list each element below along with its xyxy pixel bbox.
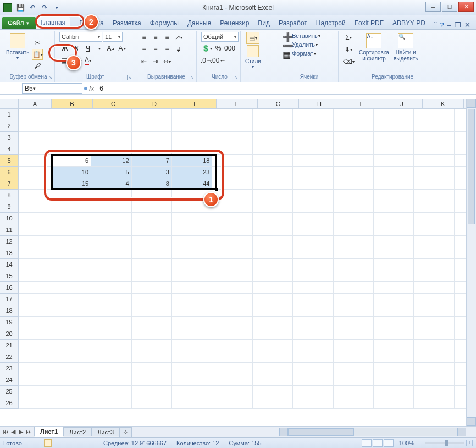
cell-D5[interactable]: 7 (132, 155, 172, 167)
cell-J22[interactable] (374, 351, 414, 363)
cell-G5[interactable] (253, 155, 293, 167)
cell-D19[interactable] (132, 317, 172, 328)
cell-K2[interactable] (414, 120, 454, 132)
row-headers[interactable]: 1234567891011121314151617181920212223242… (0, 109, 19, 426)
row-header-17[interactable]: 17 (0, 294, 19, 305)
worksheet-grid[interactable]: ABCDEFGHIJKL 123456789101112131415161718… (0, 99, 476, 426)
cell-A11[interactable] (19, 224, 51, 236)
cell-H25[interactable] (293, 386, 333, 397)
cell-D2[interactable] (132, 120, 172, 132)
cell-D26[interactable] (132, 397, 172, 409)
cell-E19[interactable] (172, 317, 212, 328)
clear-button[interactable]: ⌫▾ (343, 56, 354, 67)
cell-D10[interactable] (132, 213, 172, 224)
delete-cells-button[interactable]: Удалить (292, 41, 315, 48)
number-dialog-launcher[interactable]: ↘ (234, 75, 239, 80)
cell-B7[interactable]: 15 (51, 178, 91, 190)
tab-file[interactable]: Файл ▾ (2, 17, 36, 29)
cell-H20[interactable] (293, 328, 333, 340)
vertical-scrollbar[interactable] (466, 99, 476, 426)
cell-E13[interactable] (172, 247, 212, 259)
insert-cells-button[interactable]: Вставить (292, 32, 318, 39)
cell-E15[interactable] (172, 270, 212, 282)
cell-F12[interactable] (212, 236, 252, 247)
cell-I1[interactable] (334, 109, 374, 120)
cell-J10[interactable] (374, 213, 414, 224)
cell-F26[interactable] (212, 397, 252, 409)
sheet-tab-2[interactable]: Лист2 (63, 427, 92, 436)
cell-K26[interactable] (414, 397, 454, 409)
cell-F18[interactable] (212, 305, 252, 317)
cell-B12[interactable] (51, 236, 91, 247)
cell-C9[interactable] (91, 201, 131, 213)
cell-G11[interactable] (253, 224, 293, 236)
cell-K5[interactable] (414, 155, 454, 167)
cell-H9[interactable] (293, 201, 333, 213)
cell-I25[interactable] (334, 386, 374, 397)
col-header-D[interactable]: D (134, 99, 175, 109)
macro-record-button[interactable] (44, 439, 52, 447)
tab-review[interactable]: Рецензир (215, 17, 253, 29)
cell-H1[interactable] (293, 109, 333, 120)
conditional-formatting-button[interactable]: ▤▾ (246, 32, 259, 44)
row-header-11[interactable]: 11 (0, 224, 19, 236)
cell-H3[interactable] (293, 132, 333, 143)
cell-C10[interactable] (91, 213, 131, 224)
new-sheet-button[interactable]: ✧ (119, 427, 132, 437)
row-header-13[interactable]: 13 (0, 247, 19, 259)
cell-H21[interactable] (293, 340, 333, 351)
cell-J18[interactable] (374, 305, 414, 317)
row-header-4[interactable]: 4 (0, 143, 19, 155)
decrease-indent-button[interactable]: ⇤ (139, 56, 150, 67)
wrap-text-button[interactable]: ↲ (173, 44, 184, 55)
doc-restore-icon[interactable]: ❐ (455, 21, 461, 29)
cell-F11[interactable] (212, 224, 252, 236)
cell-G12[interactable] (253, 236, 293, 247)
cell-K7[interactable] (414, 178, 454, 190)
cell-C21[interactable] (91, 340, 131, 351)
tab-view[interactable]: Вид (253, 17, 274, 29)
cell-B15[interactable] (51, 270, 91, 282)
cell-K12[interactable] (414, 236, 454, 247)
cell-A21[interactable] (19, 340, 51, 351)
cell-K18[interactable] (414, 305, 454, 317)
cell-F22[interactable] (212, 351, 252, 363)
formula-input[interactable]: 6 (97, 85, 476, 92)
align-top-button[interactable]: ≡ (139, 32, 150, 43)
qat-undo-button[interactable]: ↶ (27, 3, 37, 13)
cell-I3[interactable] (334, 132, 374, 143)
cell-J25[interactable] (374, 386, 414, 397)
cell-K19[interactable] (414, 317, 454, 328)
zoom-out-button[interactable]: − (417, 440, 423, 446)
cell-A16[interactable] (19, 282, 51, 294)
col-header-F[interactable]: F (217, 99, 258, 109)
row-header-5[interactable]: 5 (0, 155, 19, 167)
qat-save-button[interactable]: 💾 (15, 3, 25, 13)
cell-J9[interactable] (374, 201, 414, 213)
cell-H14[interactable] (293, 259, 333, 270)
cell-I8[interactable] (334, 190, 374, 201)
cell-E12[interactable] (172, 236, 212, 247)
cell-E22[interactable] (172, 351, 212, 363)
row-header-2[interactable]: 2 (0, 120, 19, 132)
cell-F7[interactable] (212, 178, 252, 190)
decrease-font-button[interactable]: A▼ (117, 43, 128, 54)
cell-D22[interactable] (132, 351, 172, 363)
cell-C13[interactable] (91, 247, 131, 259)
cell-H19[interactable] (293, 317, 333, 328)
cell-G22[interactable] (253, 351, 293, 363)
cell-I19[interactable] (334, 317, 374, 328)
increase-indent-button[interactable]: ⇥ (150, 56, 161, 67)
cell-K3[interactable] (414, 132, 454, 143)
cell-E23[interactable] (172, 363, 212, 374)
cell-H12[interactable] (293, 236, 333, 247)
row-header-24[interactable]: 24 (0, 374, 19, 386)
font-name-combo[interactable]: Calibri▾ (59, 32, 102, 42)
cell-B3[interactable] (51, 132, 91, 143)
zoom-value[interactable]: 100% (399, 440, 414, 446)
cell-B19[interactable] (51, 317, 91, 328)
row-header-1[interactable]: 1 (0, 109, 19, 120)
align-middle-button[interactable]: ≡ (150, 32, 161, 43)
styles-button[interactable]: Стили ▾ (245, 45, 261, 69)
ribbon-minimize-icon[interactable]: ˇ (434, 21, 436, 29)
